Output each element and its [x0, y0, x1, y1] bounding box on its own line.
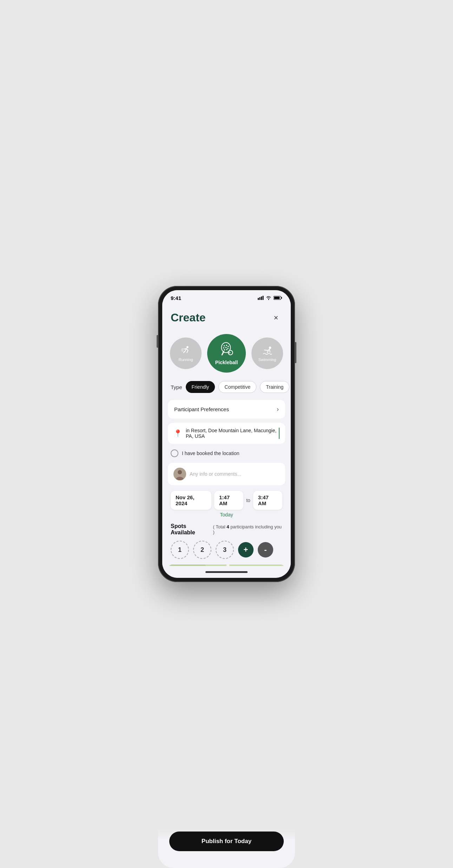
- end-time-chip[interactable]: 3:47 AM: [253, 491, 282, 510]
- location-input[interactable]: in Resort, Doe Mountain Lane, Macungie, …: [186, 428, 280, 439]
- running-circle: Running: [170, 338, 202, 369]
- location-row[interactable]: 📍 in Resort, Doe Mountain Lane, Macungie…: [168, 423, 285, 444]
- datetime-to: to: [246, 498, 250, 503]
- svg-point-20: [178, 470, 182, 474]
- sport-running[interactable]: Running: [170, 338, 202, 369]
- today-label: Today: [162, 512, 291, 523]
- publish-bar: Publish for Today: [158, 828, 295, 868]
- spots-count: 4: [226, 524, 229, 529]
- phone-screen: 9:41: [162, 290, 291, 578]
- svg-rect-3: [263, 296, 264, 300]
- avatar: [173, 468, 186, 480]
- home-indicator: [162, 566, 291, 578]
- swimming-label: Swimming: [258, 358, 276, 362]
- svg-point-10: [226, 345, 227, 346]
- svg-rect-1: [260, 297, 261, 300]
- running-label: Running: [179, 358, 193, 362]
- map-image: [168, 565, 285, 566]
- running-icon: [180, 345, 191, 356]
- svg-point-15: [224, 349, 225, 350]
- svg-rect-5: [281, 297, 282, 299]
- start-time-chip[interactable]: 1:47 AM: [214, 491, 243, 510]
- type-competitive-button[interactable]: Competitive: [218, 381, 256, 393]
- status-time: 9:41: [171, 295, 181, 301]
- svg-rect-2: [261, 296, 262, 300]
- pickleball-label: Pickleball: [215, 360, 238, 365]
- publish-button[interactable]: Publish for Today: [169, 832, 284, 851]
- location-booked-label: I have booked the location: [182, 450, 239, 456]
- date-chip[interactable]: Nov 26, 2024: [171, 491, 211, 510]
- spots-title: Spots Available: [171, 523, 211, 536]
- signal-icon: [258, 296, 264, 300]
- header: Create ×: [162, 306, 291, 327]
- spot-2: 2: [193, 541, 211, 559]
- svg-point-7: [186, 346, 189, 348]
- spots-subtitle: ( Total 4 participants including you ): [213, 524, 282, 535]
- svg-point-16: [226, 349, 228, 350]
- sport-swimming[interactable]: Swimming: [251, 338, 283, 369]
- spots-header: Spots Available ( Total 4 participants i…: [171, 523, 282, 536]
- sports-selector: Running: [162, 327, 291, 381]
- svg-rect-6: [274, 297, 280, 299]
- spot-1: 1: [171, 541, 189, 559]
- pickleball-icon: [218, 341, 235, 358]
- avatar-image: [173, 468, 186, 480]
- svg-point-14: [227, 348, 229, 349]
- comments-placeholder[interactable]: Any info or comments...: [190, 471, 241, 477]
- type-friendly-button[interactable]: Friendly: [186, 381, 215, 393]
- status-bar: 9:41: [162, 290, 291, 306]
- home-bar: [205, 571, 248, 573]
- location-booked-checkbox[interactable]: [171, 449, 178, 457]
- type-selector: Type Friendly Competitive Training: [162, 381, 291, 400]
- spot-3: 3: [216, 541, 234, 559]
- spots-section: Spots Available ( Total 4 participants i…: [162, 523, 291, 565]
- sport-pickleball[interactable]: Pickleball: [207, 334, 246, 373]
- datetime-row: Nov 26, 2024 1:47 AM to 3:47 AM: [162, 491, 291, 512]
- wifi-icon: [266, 296, 271, 300]
- pickleball-circle: Pickleball: [207, 334, 246, 373]
- type-training-button[interactable]: Training: [260, 381, 289, 393]
- spots-plus-button[interactable]: +: [238, 542, 254, 557]
- participant-preferences-label: Participant Preferences: [174, 406, 229, 412]
- svg-point-9: [224, 345, 225, 347]
- close-button[interactable]: ×: [270, 312, 282, 324]
- svg-point-13: [225, 347, 227, 348]
- page-title: Create: [171, 311, 206, 324]
- chevron-right-icon: ›: [277, 406, 279, 413]
- swimming-icon: [262, 345, 273, 356]
- participant-preferences-row[interactable]: Participant Preferences ›: [168, 400, 285, 419]
- swimming-circle: Swimming: [251, 338, 283, 369]
- svg-point-12: [223, 347, 224, 349]
- svg-rect-23: [168, 565, 205, 566]
- map-area[interactable]: [168, 565, 285, 566]
- comments-row[interactable]: Any info or comments...: [168, 463, 285, 485]
- status-icons: [258, 296, 282, 300]
- screen-content: Create × Running: [162, 306, 291, 566]
- spots-minus-button[interactable]: -: [258, 542, 273, 557]
- type-label: Type: [171, 384, 182, 390]
- battery-icon: [274, 296, 282, 300]
- location-pin-icon: 📍: [173, 429, 182, 438]
- svg-rect-0: [258, 298, 259, 300]
- svg-rect-26: [226, 565, 229, 566]
- spots-controls: 1 2 3 + -: [171, 541, 282, 559]
- svg-point-11: [228, 346, 229, 347]
- location-booked-row[interactable]: I have booked the location: [162, 448, 291, 463]
- phone-frame: 9:41: [158, 286, 295, 582]
